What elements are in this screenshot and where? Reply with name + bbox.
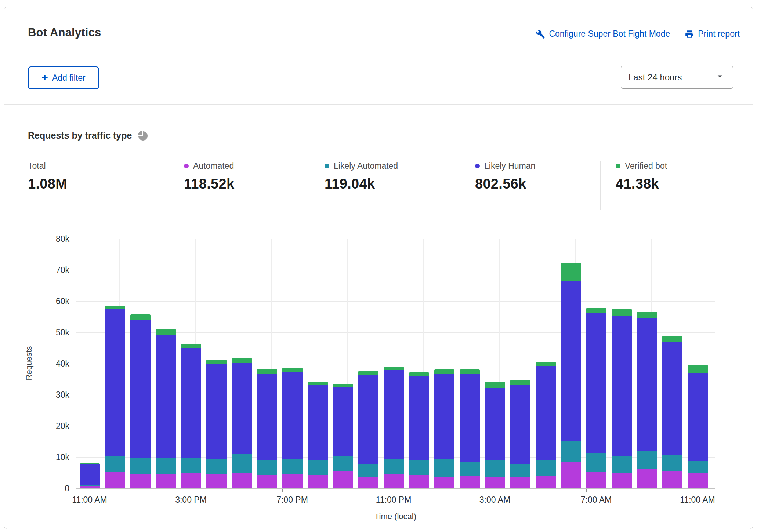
bar-segment-automated[interactable] [662,471,682,488]
bar-segment-likely-automated[interactable] [434,459,454,477]
bar-segment-verified-bot[interactable] [384,367,404,370]
bar-800am[interactable] [612,309,632,488]
bar-segment-likely-human[interactable] [612,316,632,456]
bar-segment-verified-bot[interactable] [460,369,480,374]
bar-segment-automated[interactable] [637,469,657,488]
bar-segment-automated[interactable] [460,476,480,488]
bar-segment-verified-bot[interactable] [156,329,176,335]
bar-segment-verified-bot[interactable] [536,362,556,366]
bar-1100am[interactable] [80,463,100,488]
bar-segment-likely-human[interactable] [206,364,227,459]
bar-segment-verified-bot[interactable] [485,382,505,387]
bar-segment-automated[interactable] [282,474,303,488]
bar-segment-automated[interactable] [561,462,581,488]
bar-segment-likely-human[interactable] [257,374,277,460]
bar-segment-likely-human[interactable] [333,387,353,456]
bar-segment-likely-automated[interactable] [485,460,505,477]
bar-200am[interactable] [460,369,480,488]
bar-segment-verified-bot[interactable] [586,308,606,313]
bar-segment-likely-automated[interactable] [257,460,277,475]
bar-segment-verified-bot[interactable] [105,306,125,309]
bar-segment-likely-human[interactable] [308,385,328,460]
bar-900am[interactable] [637,312,657,488]
bar-segment-verified-bot[interactable] [612,309,632,316]
bar-segment-likely-human[interactable] [510,385,530,464]
bar-segment-verified-bot[interactable] [206,360,227,364]
bar-segment-automated[interactable] [409,475,429,488]
bar-segment-likely-human[interactable] [586,313,606,453]
bar-300pm[interactable] [181,344,201,488]
bar-1200am[interactable] [409,372,429,488]
bar-segment-likely-automated[interactable] [206,459,227,474]
bar-segment-automated[interactable] [257,475,277,488]
bar-segment-likely-automated[interactable] [688,461,708,473]
bar-segment-likely-human[interactable] [485,388,505,461]
bar-segment-verified-bot[interactable] [232,358,252,363]
bar-segment-verified-bot[interactable] [510,380,530,385]
bar-segment-likely-human[interactable] [688,373,708,462]
bar-1000pm[interactable] [358,371,378,488]
bar-segment-likely-human[interactable] [536,366,556,460]
bar-segment-likely-human[interactable] [358,375,378,464]
bar-segment-likely-human[interactable] [637,318,657,451]
bar-segment-verified-bot[interactable] [257,369,277,374]
bar-segment-verified-bot[interactable] [130,314,151,320]
bar-segment-likely-human[interactable] [282,372,303,459]
bar-900pm[interactable] [333,384,353,488]
bar-segment-likely-human[interactable] [232,363,252,454]
bar-segment-verified-bot[interactable] [308,382,328,385]
bar-segment-likely-human[interactable] [384,370,404,459]
bar-segment-likely-human[interactable] [561,281,581,441]
bar-segment-verified-bot[interactable] [181,344,201,348]
bar-segment-likely-automated[interactable] [308,460,328,475]
bar-segment-verified-bot[interactable] [434,369,454,374]
bar-segment-likely-automated[interactable] [358,464,378,477]
bar-segment-likely-human[interactable] [156,335,176,459]
bar-segment-automated[interactable] [485,477,505,488]
bar-200pm[interactable] [156,329,176,488]
bar-segment-likely-human[interactable] [662,342,682,455]
bar-segment-automated[interactable] [434,477,454,488]
bar-600am[interactable] [561,263,581,488]
bar-segment-automated[interactable] [384,474,404,488]
bar-segment-automated[interactable] [612,473,632,488]
bar-segment-automated[interactable] [130,474,151,488]
bar-segment-likely-automated[interactable] [510,464,530,477]
bar-1100am[interactable] [688,365,708,488]
bar-segment-automated[interactable] [206,474,227,488]
bar-segment-verified-bot[interactable] [561,263,581,281]
bar-segment-likely-human[interactable] [460,374,480,462]
bar-segment-likely-human[interactable] [105,309,125,456]
bar-segment-likely-automated[interactable] [637,451,657,469]
bar-segment-likely-automated[interactable] [181,458,201,473]
bar-segment-verified-bot[interactable] [282,368,303,372]
bar-segment-verified-bot[interactable] [409,372,429,376]
bar-700pm[interactable] [282,368,303,488]
bar-600pm[interactable] [257,369,277,488]
bar-800pm[interactable] [308,382,328,488]
bar-segment-automated[interactable] [333,471,353,488]
bar-segment-likely-automated[interactable] [333,456,353,472]
bar-1200pm[interactable] [105,306,125,488]
bar-700am[interactable] [586,308,606,488]
bar-segment-likely-automated[interactable] [536,460,556,476]
bar-100pm[interactable] [130,314,151,488]
bar-segment-likely-automated[interactable] [156,458,176,474]
bar-500am[interactable] [536,362,556,488]
bar-segment-automated[interactable] [105,472,125,488]
bar-100am[interactable] [434,369,454,488]
bar-segment-verified-bot[interactable] [662,336,682,343]
bar-segment-verified-bot[interactable] [333,384,353,387]
bar-segment-likely-human[interactable] [130,320,151,458]
bar-segment-likely-automated[interactable] [384,459,404,474]
bar-300am[interactable] [485,382,505,488]
bar-segment-likely-automated[interactable] [460,462,480,476]
bar-segment-likely-human[interactable] [80,464,100,484]
bar-segment-automated[interactable] [232,473,252,488]
bar-segment-automated[interactable] [308,475,328,488]
bar-segment-verified-bot[interactable] [637,312,657,318]
bar-segment-likely-automated[interactable] [612,456,632,473]
bar-segment-likely-automated[interactable] [130,458,151,474]
bar-segment-likely-automated[interactable] [586,453,606,472]
bar-segment-automated[interactable] [358,477,378,488]
